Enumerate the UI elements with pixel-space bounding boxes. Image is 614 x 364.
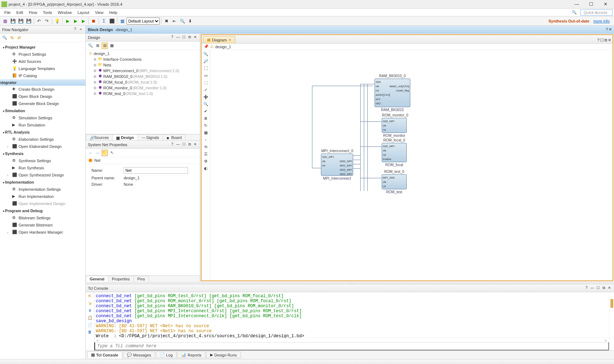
tree-item[interactable]: ⊞⬢ROM_monitor_0 (ROM_monitor:1.0) (86, 85, 199, 91)
flow-item-synthesis-settings[interactable]: ⚙Synthesis Settings (0, 157, 85, 164)
tree-item[interactable]: ⊞⬢MPI_Interconnect_0 (MPI_Interconnect:1… (86, 68, 199, 74)
close-icon[interactable]: ✕ (193, 142, 198, 147)
menu-layout[interactable]: Layout (75, 10, 92, 15)
flow-item-ip-catalog[interactable]: 📙IP Catalog (0, 72, 85, 79)
ip-block-mpi_interconnect[interactable]: MPI_Interconnect_0MPI_InterconnectS00_MP… (321, 154, 353, 176)
prop-name-input[interactable] (124, 167, 188, 174)
reset-layout-icon[interactable]: ✖ (163, 18, 170, 25)
btab-log[interactable]: 📄Log (156, 351, 177, 358)
flow-item-run-simulation[interactable]: ▶Run Simulation (0, 121, 85, 129)
max-icon[interactable]: ☐ (595, 286, 600, 291)
search-icon[interactable]: 🔍 (202, 101, 209, 107)
max-icon[interactable]: ☐ (181, 35, 186, 40)
help-icon[interactable]: ? (584, 286, 589, 291)
select-icon[interactable]: ↖ (109, 150, 115, 156)
layout-icon[interactable]: ▦ (119, 18, 126, 25)
flow-item-elaboration-settings[interactable]: ⚙Elaboration Settings (0, 136, 85, 143)
close-icon[interactable]: ✕ (193, 35, 198, 40)
orient-icon[interactable]: ⟲ (202, 144, 209, 150)
max-icon[interactable]: ☐ (181, 142, 186, 147)
btab-tcl-console[interactable]: ▤Tcl Console (87, 351, 122, 358)
flow-item-project-settings[interactable]: ⚙Project Settings (0, 51, 85, 58)
select-area-icon[interactable]: ⬚ (202, 79, 209, 86)
flow-section-simulation[interactable]: Simulation (0, 107, 85, 114)
filter-icon[interactable]: ▦ (109, 43, 115, 49)
zoom-out-icon[interactable]: 🔎 (202, 58, 209, 64)
search-icon[interactable]: 🔍 (1, 35, 8, 41)
collapse-icon[interactable]: ⊟ (101, 43, 108, 49)
tab-properties[interactable]: Properties (108, 276, 134, 282)
pin-icon[interactable]: 📌 (204, 44, 209, 49)
auto-fit-icon[interactable]: ⤢ (202, 86, 209, 93)
flow-item-language-templates[interactable]: 💡Language Templates (0, 65, 85, 72)
save-icon[interactable]: 💾 (9, 18, 16, 25)
tab-general[interactable]: General (86, 276, 108, 282)
close-button[interactable]: ✕ (598, 0, 613, 8)
colors-icon[interactable]: ◐ (202, 165, 209, 171)
flow-section-project-manager[interactable]: Project Manager (0, 44, 85, 51)
tab-pins[interactable]: Pins (133, 276, 149, 282)
tab-sources[interactable]: 🔗Sources (86, 134, 113, 140)
max-icon[interactable]: ☐ (600, 38, 604, 43)
save-all-icon[interactable]: 💾 (17, 18, 24, 25)
save-project-icon[interactable]: 💾 (25, 18, 32, 25)
help-icon[interactable]: ? (597, 38, 599, 43)
new-project-icon[interactable]: ▦ (1, 18, 9, 25)
generate-bitstream-icon[interactable]: ▶ (80, 18, 87, 25)
pause-icon[interactable]: ⏸ (86, 307, 94, 314)
flow-section-ip-integrator[interactable]: IP Integrator (0, 79, 85, 86)
diagram-tab[interactable]: ▦ Diagram ✕ (203, 36, 235, 43)
search-icon[interactable]: 🔍 (87, 43, 94, 49)
paste-icon[interactable]: 📄 (86, 321, 94, 328)
layout-select[interactable]: Default Layout (127, 18, 160, 25)
menu-flow[interactable]: Flow (26, 10, 40, 15)
min-icon[interactable]: — (175, 35, 180, 40)
close-icon[interactable]: ✕ (608, 38, 611, 43)
ungroup-icon[interactable]: ▫ (202, 136, 209, 143)
zoom-area-icon[interactable]: ▭ (202, 72, 209, 79)
tree-root[interactable]: ⚠design_1 (86, 51, 199, 56)
flow-item-generate-block-design[interactable]: ⬛Generate Block Design (0, 100, 85, 107)
flow-item-open-block-design[interactable]: ⬛Open Block Design (0, 93, 85, 100)
menu-view[interactable]: View (92, 10, 107, 15)
validate-icon[interactable]: ✔ (202, 108, 209, 114)
flow-item-bitstream-settings[interactable]: ⚙Bitstream Settings (0, 214, 85, 221)
back-icon[interactable]: ⇤ (171, 18, 178, 25)
zoom-in-icon[interactable]: 🔍 (202, 51, 209, 57)
menu-file[interactable]: File (1, 10, 14, 15)
more-info-link[interactable]: more info (593, 19, 610, 23)
menu-help[interactable]: Help (106, 10, 120, 15)
btab-reports[interactable]: 📊Reports (177, 351, 206, 358)
tab-design[interactable]: ▦Design (112, 134, 138, 140)
close-icon[interactable]: ✕ (607, 286, 612, 291)
float-icon[interactable]: ⧉ (604, 38, 607, 43)
tab-board[interactable]: ■Board (163, 134, 185, 140)
expand-all-icon[interactable]: ⇄ (16, 35, 22, 41)
expand-icon[interactable]: ⇱ (86, 293, 94, 299)
zoom-fit-icon[interactable]: ⛶ (202, 65, 209, 71)
flow-item-generate-bitstream[interactable]: ⬛Generate Bitstream (0, 221, 85, 229)
flow-item-run-implementation[interactable]: ▶Run Implementation (0, 193, 85, 200)
flow-section-program-and-debug[interactable]: Program and Debug (0, 207, 85, 214)
tree-item[interactable]: ⊞⬢ROM_test_0 (ROM_test:1.0) (86, 91, 199, 96)
flow-section-synthesis[interactable]: Synthesis (0, 150, 85, 157)
float-icon[interactable]: ⧉ (187, 142, 192, 147)
expand-icon[interactable]: ⊞ (94, 43, 101, 49)
diagram-canvas[interactable]: MPI_Interconnect_0MPI_InterconnectS00_MP… (210, 50, 613, 280)
tab-signals[interactable]: 〰Signals (138, 134, 163, 140)
btab-messages[interactable]: 💬Messages (123, 351, 155, 358)
btab-design-runs[interactable]: ▶Design Runs (206, 351, 241, 358)
flow-item-simulation-settings[interactable]: ⚙Simulation Settings (0, 114, 85, 121)
copy-icon[interactable]: 📋 (86, 314, 94, 321)
ip-block-rom_monitor[interactable]: ROM_monitor_0ROM_monitorS00_MPIclkrst (382, 118, 407, 133)
maximize-button[interactable]: ☐ (584, 0, 598, 8)
flow-section-rtl-analysis[interactable]: RTL Analysis (0, 129, 85, 136)
flow-item-add-sources[interactable]: ➕Add Sources (0, 58, 85, 65)
flow-item-open-elaborated-design[interactable]: ⬛Open Elaborated Design (0, 143, 85, 150)
tree-item[interactable]: ⊞⬢ROM_focal_0 (ROM_focal:1.0) (86, 79, 199, 85)
group-icon[interactable]: ▦ (202, 129, 209, 136)
sigma-icon[interactable]: Σ (100, 18, 108, 25)
close-pane-icon[interactable]: ✕ (609, 27, 612, 32)
collapse-icon[interactable]: ⇲ (86, 300, 94, 306)
ip-block-ram_bk0010[interactable]: RAM_BK0010_0RAM_BK0010S00clkrstaddr2[14:… (375, 79, 410, 107)
